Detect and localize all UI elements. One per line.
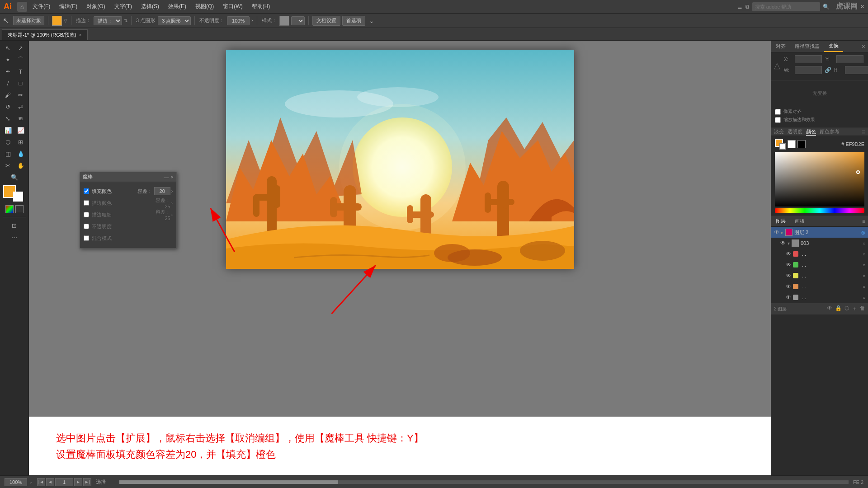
tab-opacity[interactable]: 透明度 (788, 128, 802, 136)
more-tools-button[interactable]: ··· (11, 234, 17, 242)
right-panel-close-icon[interactable]: × (862, 43, 865, 50)
document-tab[interactable]: 未标题-1* @ 100% (RGB/预览) × (2, 29, 88, 40)
selection-tool[interactable]: ↖ (2, 42, 14, 53)
panel-header[interactable]: 魔棒 — × (80, 172, 176, 182)
tab-transform[interactable]: 变换 (824, 41, 843, 52)
preferences-button[interactable]: 首选项 (342, 16, 365, 26)
background-color[interactable] (13, 192, 23, 202)
blend-tool[interactable]: ⬡ (2, 136, 14, 147)
layer003-eye-icon[interactable]: 👁 (780, 240, 786, 246)
hue-slider[interactable] (775, 208, 864, 213)
line-tool[interactable]: / (2, 78, 14, 89)
tab-align[interactable]: 对齐 (771, 41, 790, 52)
black-swatch[interactable] (797, 140, 806, 148)
none-color-icon[interactable] (15, 205, 24, 213)
color-panel-menu[interactable]: ≡ (862, 128, 865, 136)
gradient-tool[interactable]: ◫ (2, 148, 14, 159)
scissors-tool[interactable]: ✂ (2, 160, 14, 171)
rotate-tool[interactable]: ↺ (2, 101, 14, 112)
next-page-button[interactable]: ► (74, 478, 82, 486)
stroke-width-checkbox[interactable] (84, 212, 89, 217)
style-dropdown[interactable] (291, 16, 305, 25)
menu-view[interactable]: 视图(Q) (192, 2, 217, 11)
panel-close-icon[interactable]: × (171, 174, 174, 180)
opacity-checkbox[interactable] (84, 224, 89, 229)
menu-help[interactable]: 帮助(H) (248, 2, 274, 11)
sublayer-red-eye[interactable]: 👁 (786, 251, 791, 257)
sublayer-yellow-item[interactable]: 👁 ... ○ (771, 270, 868, 281)
h-input[interactable] (845, 66, 868, 74)
tab-artboard[interactable]: 画板 (790, 216, 809, 226)
scale-stroke-checkbox[interactable] (775, 117, 781, 123)
sublayer-green-target[interactable]: ○ (863, 263, 865, 267)
layers-visibility-icon[interactable]: 👁 (827, 305, 832, 313)
white-swatch[interactable] (788, 140, 796, 148)
tab-close-icon[interactable]: × (79, 33, 82, 38)
eyedropper-tool[interactable]: 💧 (15, 148, 27, 159)
sublayer-orange-eye[interactable]: 👁 (786, 283, 791, 290)
direct-selection-tool[interactable]: ↗ (15, 42, 27, 53)
tolerance-input[interactable] (154, 187, 170, 195)
opacity-chevron[interactable]: › (251, 18, 253, 23)
x-input[interactable] (795, 55, 822, 63)
scale-tool[interactable]: ⤡ (2, 113, 14, 124)
opacity-input[interactable] (227, 16, 250, 25)
delete-layer-icon[interactable]: 🗑 (860, 305, 865, 313)
warp-tool[interactable]: ≋ (15, 113, 27, 124)
menu-edit[interactable]: 编辑(E) (56, 2, 81, 11)
blend-mode-checkbox[interactable] (84, 235, 89, 241)
sublayer-green-item[interactable]: 👁 ... ○ (771, 259, 868, 270)
mesh-tool[interactable]: ⊞ (15, 136, 27, 147)
close-window-icon[interactable]: × (860, 3, 864, 11)
mirror-tool[interactable]: ⇄ (15, 101, 27, 112)
first-page-button[interactable]: |◄ (37, 478, 45, 486)
sublayer-gray-item[interactable]: 👁 ... ○ (771, 292, 868, 303)
layer2-expand-icon[interactable]: ▸ (781, 230, 783, 235)
bg-swatch[interactable] (779, 143, 786, 150)
tab-layers[interactable]: 图层 (771, 216, 790, 226)
layer003-target-icon[interactable]: ○ (863, 241, 865, 246)
new-layer-icon[interactable]: ＋ (852, 305, 857, 313)
search-icon[interactable]: 🔍 (823, 4, 830, 10)
point-dropdown[interactable]: 3 点圆形 (158, 16, 191, 25)
sublayer-green-eye[interactable]: 👁 (786, 262, 791, 268)
layers-panel-menu[interactable]: ≡ (862, 218, 865, 225)
sublayer-orange-target[interactable]: ○ (863, 284, 865, 289)
menu-object[interactable]: 对象(O) (83, 2, 108, 11)
lasso-tool[interactable]: ⌒ (15, 54, 27, 65)
fill-color-swatch[interactable] (52, 16, 62, 26)
menu-select[interactable]: 选择(S) (137, 2, 163, 11)
tab-color[interactable]: 颜色 (806, 128, 816, 136)
zoom-arrow[interactable]: ⌄ (29, 479, 33, 484)
paintbrush-tool[interactable]: 🖌 (2, 89, 14, 100)
sublayer-gray-target[interactable]: ○ (863, 295, 865, 300)
color-spectrum[interactable] (775, 152, 864, 206)
sublayer-red-item[interactable]: 👁 ... ○ (771, 249, 868, 259)
artboard-tool[interactable]: ⊡ (9, 220, 20, 231)
fill-color-checkbox[interactable] (84, 188, 89, 194)
tab-color-ref[interactable]: 颜色参考 (820, 128, 840, 136)
tab-tone[interactable]: 淡变 (774, 128, 784, 136)
layer2-eye-icon[interactable]: 👁 (774, 229, 779, 235)
sublayer-red-target[interactable]: ○ (863, 252, 865, 257)
menu-effect[interactable]: 效果(E) (165, 2, 190, 11)
expand-icon[interactable]: ⧉ (745, 4, 750, 10)
brush-dropdown[interactable]: 描边： (94, 16, 122, 25)
sublayer-gray-eye[interactable]: 👁 (786, 294, 791, 300)
sublayer-yellow-eye[interactable]: 👁 (786, 272, 791, 279)
layers-lock-icon[interactable]: 🔒 (835, 305, 842, 313)
magic-wand-tool[interactable]: ✦ (2, 54, 14, 65)
type-tool[interactable]: T (15, 66, 27, 77)
layer-2-item[interactable]: 👁 ▸ 图层 2 ◎ (771, 227, 868, 238)
sublayer-orange-item[interactable]: 👁 ... ○ (771, 281, 868, 292)
y-input[interactable] (836, 55, 863, 63)
w-input[interactable] (795, 66, 822, 74)
hand-tool[interactable]: ✋ (15, 160, 27, 171)
panel-minimize-icon[interactable]: — (164, 174, 169, 180)
layer2-target-icon[interactable]: ◎ (861, 230, 865, 235)
pixel-align-checkbox[interactable] (775, 109, 781, 115)
tab-pathfinder[interactable]: 路径查找器 (790, 41, 824, 52)
menu-text[interactable]: 文字(T) (111, 2, 136, 11)
link-icon[interactable]: 🔗 (825, 67, 831, 73)
layer003-expand-icon[interactable]: ▾ (788, 241, 790, 246)
